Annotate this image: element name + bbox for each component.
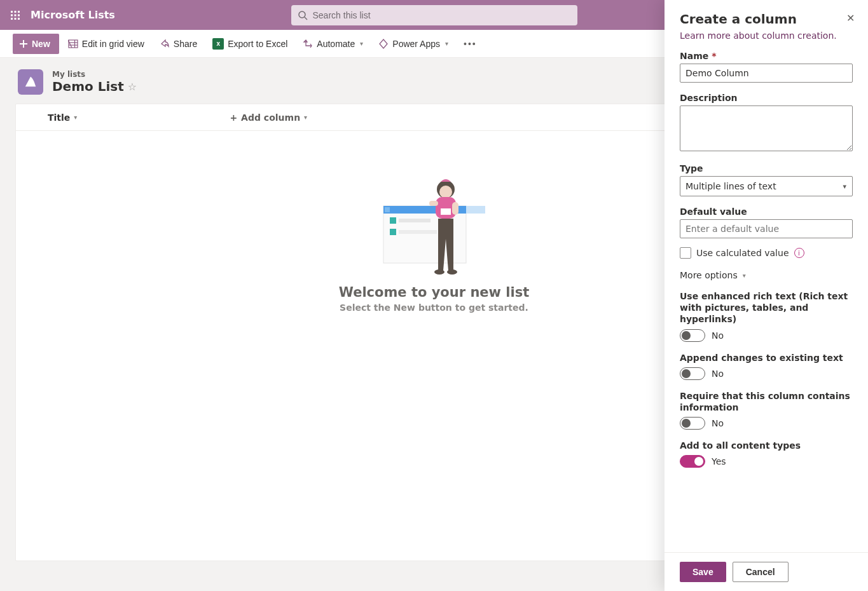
type-label: Type — [680, 163, 853, 173]
chevron-down-icon: ▾ — [743, 272, 746, 279]
empty-heading: Welcome to your new list — [339, 285, 530, 300]
list-icon — [18, 69, 43, 95]
save-button[interactable]: Save — [680, 562, 726, 582]
svg-rect-23 — [399, 219, 431, 222]
svg-rect-1 — [15, 11, 17, 13]
edit-grid-label: Edit in grid view — [82, 39, 144, 49]
svg-rect-3 — [11, 14, 13, 16]
description-input[interactable] — [680, 105, 853, 151]
append-toggle[interactable] — [680, 367, 705, 380]
svg-rect-8 — [18, 18, 20, 20]
all-content-types-label: Add to all content types — [680, 440, 853, 451]
app-title: Microsoft Lists — [31, 9, 115, 21]
svg-point-33 — [447, 269, 457, 275]
search-input[interactable] — [291, 5, 577, 25]
more-icon: ••• — [464, 39, 477, 49]
grid-icon — [68, 39, 78, 49]
plus-icon: + — [230, 112, 237, 123]
append-label: Append changes to existing text — [680, 352, 853, 363]
learn-more-link[interactable]: Learn more about column creation. — [680, 31, 837, 41]
description-label: Description — [680, 93, 853, 103]
svg-rect-4 — [15, 14, 17, 16]
more-options-label: More options — [680, 270, 738, 280]
favorite-star-icon[interactable]: ☆ — [128, 81, 137, 93]
svg-rect-7 — [15, 18, 17, 20]
export-excel-button[interactable]: x Export to Excel — [206, 34, 294, 54]
all-content-types-state: Yes — [712, 456, 726, 466]
powerapps-label: Power Apps — [392, 39, 440, 49]
rich-text-state: No — [712, 330, 724, 341]
svg-point-9 — [299, 11, 305, 18]
create-column-panel: ✕ Create a column Learn more about colum… — [665, 0, 868, 591]
calculated-value-label: Use calculated value — [696, 248, 789, 258]
svg-rect-20 — [385, 207, 390, 212]
default-value-input[interactable] — [680, 219, 853, 238]
share-label: Share — [174, 39, 197, 49]
excel-icon: x — [212, 38, 224, 50]
rich-text-toggle[interactable] — [680, 329, 705, 342]
svg-rect-30 — [452, 202, 458, 215]
all-content-types-toggle[interactable] — [680, 455, 705, 468]
svg-rect-6 — [11, 18, 13, 20]
add-column-button[interactable]: + Add column ▾ — [230, 112, 307, 123]
svg-line-10 — [305, 17, 307, 20]
new-button-label: New — [32, 39, 50, 49]
required-toggle[interactable] — [680, 417, 705, 430]
chevron-down-icon: ▾ — [74, 114, 77, 121]
append-state: No — [712, 369, 724, 379]
info-icon[interactable]: i — [794, 248, 804, 258]
svg-rect-5 — [18, 14, 20, 16]
more-options-toggle[interactable]: More options ▾ — [680, 270, 853, 280]
close-button[interactable]: ✕ — [843, 10, 858, 25]
share-button[interactable]: Share — [153, 34, 203, 54]
plus-icon — [19, 39, 28, 48]
name-input[interactable] — [680, 64, 853, 83]
default-value-label: Default value — [680, 207, 853, 217]
more-button[interactable]: ••• — [457, 34, 483, 54]
svg-rect-12 — [20, 43, 27, 44]
type-select[interactable]: Multiple lines of text — [680, 176, 853, 196]
calculated-value-checkbox[interactable] — [680, 247, 691, 259]
app-launcher-icon[interactable] — [5, 5, 25, 25]
svg-rect-25 — [399, 230, 437, 234]
panel-footer: Save Cancel — [665, 552, 868, 591]
column-header-label: Title — [48, 112, 70, 123]
svg-rect-29 — [429, 201, 438, 206]
required-label: Require that this column contains inform… — [680, 390, 853, 413]
breadcrumb[interactable]: My lists — [52, 70, 137, 79]
empty-subtext: Select the New button to get started. — [340, 302, 528, 313]
svg-rect-2 — [18, 11, 20, 13]
svg-rect-22 — [390, 217, 396, 224]
export-label: Export to Excel — [228, 39, 287, 49]
svg-point-27 — [439, 186, 452, 198]
new-button[interactable]: New — [13, 34, 59, 54]
close-icon: ✕ — [846, 13, 855, 24]
required-state: No — [712, 418, 724, 428]
search-icon — [298, 10, 308, 20]
name-label: Name * — [680, 51, 853, 61]
flow-icon — [303, 39, 313, 49]
list-title: Demo List — [52, 79, 124, 94]
automate-label: Automate — [317, 39, 355, 49]
chevron-down-icon: ▾ — [360, 40, 363, 47]
search-container — [291, 5, 577, 25]
automate-button[interactable]: Automate ▾ — [296, 34, 369, 54]
empty-illustration — [377, 175, 492, 277]
share-icon — [160, 39, 170, 49]
svg-point-32 — [434, 269, 444, 275]
cancel-button[interactable]: Cancel — [733, 562, 789, 582]
edit-grid-button[interactable]: Edit in grid view — [62, 34, 151, 54]
panel-title: Create a column — [680, 11, 853, 27]
chevron-down-icon: ▾ — [445, 40, 448, 47]
chevron-down-icon: ▾ — [304, 114, 307, 121]
column-header-title[interactable]: Title ▾ — [48, 112, 77, 123]
svg-rect-21 — [466, 206, 485, 214]
add-column-label: Add column — [241, 112, 300, 123]
powerapps-icon — [378, 39, 389, 49]
svg-rect-0 — [11, 11, 13, 13]
rich-text-label: Use enhanced rich text (Rich text with p… — [680, 290, 853, 325]
powerapps-button[interactable]: Power Apps ▾ — [372, 34, 455, 54]
svg-rect-31 — [441, 208, 451, 215]
svg-rect-24 — [390, 229, 396, 235]
